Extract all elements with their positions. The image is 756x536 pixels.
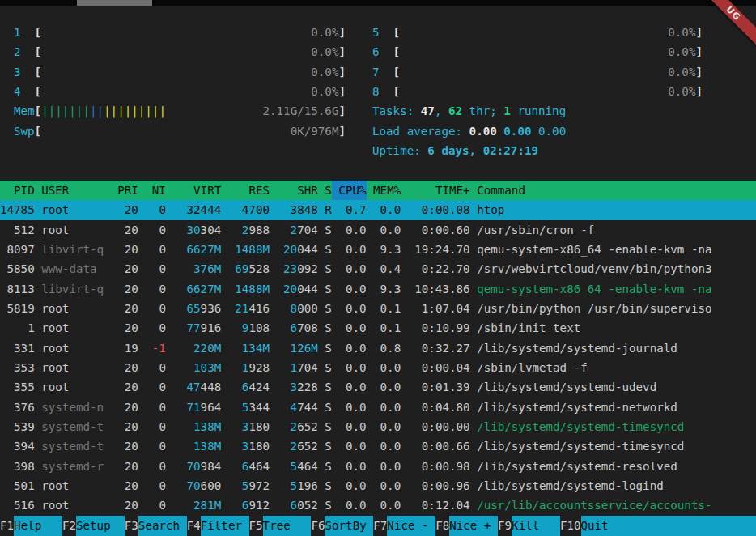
cell-cpu-percent: 0.0: [338, 417, 366, 436]
column-header-user[interactable]: USER: [41, 181, 104, 200]
column-header-pid[interactable]: PID: [0, 181, 35, 200]
spacer: [380, 82, 393, 101]
fkey-button[interactable]: F1 Help: [0, 516, 62, 536]
process-row[interactable]: 512 root 20 0 30304 2988 2704 S 0.0 0.0 …: [0, 220, 756, 240]
column-header-time[interactable]: TIME+: [408, 181, 470, 200]
process-row[interactable]: 14785 root 20 0 32444 4700 3848 R 0.7 0.…: [0, 200, 756, 219]
process-row[interactable]: 1 root 20 0 77916 9108 6708 S 0.0 0.1 0:…: [0, 318, 756, 338]
table-header-row: PID USER PRI NI VIRT RES SHR S CPU% MEM%…: [0, 181, 756, 200]
cell-pri: 20: [111, 318, 138, 338]
cpu-percent: 0.0%: [311, 62, 338, 82]
cell-mem-percent: 0.0: [373, 358, 401, 377]
cell-mem-percent: 0.0: [373, 398, 401, 417]
process-rows: 14785 root 20 0 32444 4700 3848 R 0.7 0.…: [0, 200, 756, 515]
process-row[interactable]: 516 root 20 0 281M 6912 6052 S 0.0 0.0 0…: [0, 496, 756, 515]
debug-ribbon-label: UG: [707, 0, 756, 46]
column-header-mem[interactable]: MEM%: [373, 181, 401, 200]
meter-open-bracket: [: [35, 42, 42, 62]
cell-state: S: [325, 220, 332, 240]
cell-shr: 20044: [277, 279, 318, 299]
meter-bar: [41, 42, 311, 62]
scrollbar-thumb[interactable]: [77, 0, 152, 6]
cell-mem-percent: 9.3: [373, 240, 401, 259]
cell-res: 21416: [228, 299, 270, 318]
fkey-button[interactable]: F7 Nice -: [373, 516, 435, 536]
cell-time: 0:00.66: [408, 436, 470, 456]
process-row[interactable]: 394 systemd-t 20 0 138M 3180 2652 S 0.0 …: [0, 436, 756, 456]
column-header-ni[interactable]: NI: [145, 181, 166, 200]
cell-user: root: [41, 476, 104, 496]
process-row[interactable]: 5819 root 20 0 65936 21416 8000 S 0.0 0.…: [0, 299, 756, 318]
fkey-button[interactable]: F2 Setup: [62, 516, 125, 536]
process-row[interactable]: 501 root 20 0 70600 5972 5196 S 0.0 0.0 …: [0, 476, 756, 496]
process-row[interactable]: 8113 libvirt-q 20 0 6627M 1488M 20044 S …: [0, 279, 756, 299]
spacer: [21, 23, 35, 42]
column-header-state[interactable]: S: [325, 181, 332, 200]
meter-open-bracket: [: [35, 82, 42, 101]
cell-command: /lib/systemd/systemd-udevd: [477, 377, 756, 397]
column-header-virt[interactable]: VIRT: [172, 181, 221, 200]
process-row[interactable]: 355 root 20 0 47448 6424 3228 S 0.0 0.0 …: [0, 377, 756, 397]
fkey-name: F7: [373, 516, 387, 536]
cell-time: 0:00.04: [408, 358, 470, 377]
fkey-button[interactable]: F8 Nice +: [435, 516, 498, 536]
cell-ni: 0: [145, 240, 166, 259]
process-table: PID USER PRI NI VIRT RES SHR S CPU% MEM%…: [0, 181, 756, 516]
tasks-segment: Tasks:: [372, 104, 421, 117]
cell-pri: 20: [111, 496, 138, 515]
cell-cpu-percent: 0.0: [338, 457, 366, 476]
cell-cpu-percent: 0.0: [338, 240, 366, 259]
cell-mem-percent: 0.0: [373, 457, 401, 476]
cell-pid: 516: [0, 496, 35, 515]
spacer: [380, 42, 393, 62]
process-row[interactable]: 5850 www-data 20 0 376M 69528 23092 S 0.…: [0, 259, 756, 279]
cell-res: 69528: [228, 259, 270, 279]
cell-pid: 512: [0, 220, 35, 240]
meter-open-bracket: [: [393, 42, 401, 62]
meter-open-bracket: [: [393, 82, 401, 101]
cell-res: 6424: [228, 377, 270, 397]
meter-open-bracket: [: [35, 121, 42, 141]
cell-command: htop: [477, 200, 756, 219]
cell-state: S: [325, 377, 332, 397]
fkey-button[interactable]: F10 Quit: [560, 516, 629, 536]
meter-open-bracket: [: [35, 23, 42, 42]
meters-right-column: 5 [ 0.0% ] 6 [ 0.0% ] 7 [ 0.0% ] 8 [ 0.0…: [372, 23, 703, 160]
fkey-button[interactable]: F4 Filter: [187, 516, 249, 536]
spacer: [21, 42, 35, 62]
fkey-button[interactable]: F3 Search: [125, 516, 187, 536]
memory-bar-segment: |||||||||: [104, 104, 166, 117]
process-row[interactable]: 331 root 19 -1 220M 134M 126M S 0.0 0.8 …: [0, 338, 756, 358]
memory-bar-segment: |||||||: [41, 104, 90, 117]
cell-virt: 71964: [172, 398, 221, 417]
cell-state: S: [325, 318, 332, 338]
fkey-button[interactable]: F6 SortBy: [311, 516, 373, 536]
process-row[interactable]: 353 root 20 0 103M 1928 1704 S 0.0 0.0 0…: [0, 358, 756, 377]
cell-user: systemd-n: [41, 398, 104, 417]
tasks-segment: ,: [435, 104, 448, 117]
fkey-label: SortBy: [325, 516, 373, 536]
cell-time: 0:10.99: [408, 318, 470, 338]
cell-res: 1488M: [228, 240, 270, 259]
meter-open-bracket: [: [393, 23, 401, 42]
cell-virt: 47448: [172, 377, 221, 397]
process-row[interactable]: 539 systemd-t 20 0 138M 3180 2652 S 0.0 …: [0, 417, 756, 436]
cell-virt: 65936: [172, 299, 221, 318]
column-header-pri[interactable]: PRI: [111, 181, 138, 200]
cell-shr: 20044: [277, 240, 318, 259]
column-header-cpu-sort[interactable]: CPU%: [332, 181, 367, 200]
column-header-shr[interactable]: SHR: [277, 181, 318, 200]
fkey-button[interactable]: F5 Tree: [249, 516, 312, 536]
cell-res: 1488M: [228, 279, 270, 299]
process-row[interactable]: 376 systemd-n 20 0 71964 5344 4744 S 0.0…: [0, 398, 756, 417]
fkey-button[interactable]: F9 Kill: [498, 516, 560, 536]
process-row[interactable]: 8097 libvirt-q 20 0 6627M 1488M 20044 S …: [0, 240, 756, 259]
cell-res: 1928: [228, 358, 270, 377]
process-row[interactable]: 398 systemd-r 20 0 70984 6464 5464 S 0.0…: [0, 457, 756, 476]
column-header-command[interactable]: Command: [477, 181, 756, 200]
cell-time: 10:43.86: [408, 279, 470, 299]
cell-ni: 0: [145, 318, 166, 338]
column-header-res[interactable]: RES: [228, 181, 270, 200]
cell-state: S: [325, 436, 332, 456]
cell-cpu-percent: 0.0: [338, 476, 366, 496]
